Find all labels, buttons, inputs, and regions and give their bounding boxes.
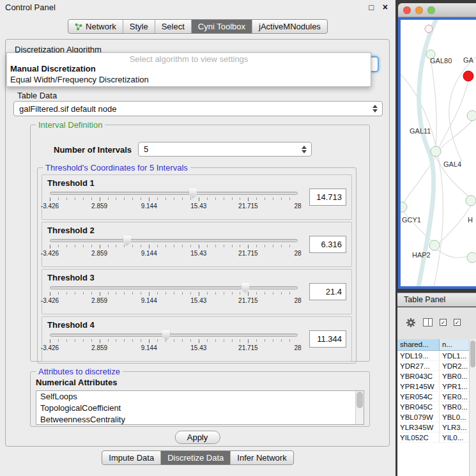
table-cell: YBL079W — [397, 412, 440, 422]
slider-track[interactable] — [50, 334, 298, 337]
list-item[interactable]: BetweennessCentrality — [36, 414, 364, 425]
tick-label: -3.426 — [41, 250, 59, 257]
stepper-icon — [372, 105, 382, 112]
zoom-traffic-light-icon[interactable] — [427, 6, 435, 14]
table-row[interactable]: YBL079WYBL0... — [397, 412, 469, 422]
columns-icon[interactable] — [423, 318, 433, 326]
tab-cyni-toolbox[interactable]: Cyni Toolbox — [191, 20, 252, 33]
table-row[interactable]: YLR345WYLR3... — [397, 422, 469, 433]
minimize-traffic-light-icon[interactable] — [415, 6, 423, 14]
table-data-combobox[interactable]: galFiltered.sif default node — [13, 101, 383, 116]
tab-impute-data[interactable]: Impute Data — [102, 451, 160, 464]
table-row[interactable]: YBR043CYBR0... — [397, 371, 469, 381]
list-item[interactable]: TopologicalCoefficient — [36, 403, 364, 414]
node-label: GAL4 — [443, 160, 461, 168]
node-label: H — [468, 216, 473, 224]
network-node[interactable] — [429, 240, 440, 250]
dropdown-option-equal-width[interactable]: Equal Width/Frequency Discretization — [7, 75, 371, 86]
attributes-list: SelfLoops TopologicalCoefficient Between… — [36, 390, 364, 425]
network-node-selected[interactable] — [463, 71, 473, 81]
apply-button[interactable]: Apply — [175, 431, 220, 444]
network-node[interactable] — [431, 146, 441, 157]
slider-track[interactable] — [50, 286, 298, 289]
attributes-legend: Attributes to discretize — [36, 367, 123, 376]
table-panel-title: Table Panel — [397, 293, 476, 307]
tab-label: Style — [130, 22, 148, 31]
select-column-checkbox-icon[interactable] — [454, 319, 461, 326]
table-row[interactable]: YDL19...YDL1... — [397, 351, 469, 361]
threshold-label: Threshold 1 — [47, 178, 95, 188]
tick-label: 2.859 — [91, 344, 107, 351]
node-label: HAP2 — [412, 251, 431, 259]
slider-ticks — [50, 245, 298, 249]
table-scrollbar[interactable] — [469, 339, 476, 476]
table-row[interactable]: YER054CYER0... — [397, 392, 469, 402]
node-table: shared... n... YDL19...YDL1... YDR27...Y… — [397, 339, 469, 476]
table-row[interactable]: YIL052CYIL0... — [397, 433, 469, 443]
close-traffic-light-icon[interactable] — [403, 6, 411, 14]
threshold-slider[interactable]: -3.4262.8599.14415.4321.71528 — [50, 192, 298, 210]
threshold-value-field[interactable]: 11.344 — [309, 330, 346, 348]
tick-label: 9.144 — [141, 297, 157, 304]
num-intervals-combobox[interactable]: 5 — [138, 142, 312, 157]
slider-ticks — [50, 292, 298, 296]
threshold-slider[interactable]: -3.4262.8599.14415.4321.71528 — [50, 286, 298, 304]
table-row[interactable]: YDR27...YDR2... — [397, 361, 469, 371]
tick-label: 21.715 — [238, 203, 258, 210]
network-node[interactable] — [425, 25, 433, 33]
network-node[interactable] — [467, 252, 476, 263]
threshold-panel: Threshold 3 -3.4262.8599.14415.4321.7152… — [42, 269, 352, 314]
tick-label: 9.144 — [141, 203, 157, 210]
num-intervals-value: 5 — [144, 144, 148, 154]
stepper-icon — [302, 146, 311, 153]
network-node[interactable] — [466, 196, 476, 206]
node-label: GCY1 — [402, 216, 421, 224]
threshold-slider[interactable]: -3.4262.8599.14415.4321.71528 — [50, 239, 298, 257]
table-row[interactable]: YPR145WYPR1... — [397, 381, 469, 392]
gear-icon[interactable] — [406, 318, 416, 328]
network-node[interactable] — [467, 111, 476, 121]
scrollbar-thumb[interactable] — [470, 341, 475, 367]
slider-track[interactable] — [50, 192, 298, 195]
list-item[interactable]: SelfLoops — [36, 391, 364, 403]
threshold-slider[interactable]: -3.4262.8599.14415.4321.71528 — [50, 334, 298, 351]
tab-jactivemnodules[interactable]: jActiveMNodules — [252, 20, 327, 33]
table-cell: YDL1... — [440, 351, 469, 360]
scrollbar-thumb[interactable] — [357, 392, 363, 408]
tab-network[interactable]: Network — [68, 20, 123, 33]
float-window-icon[interactable]: □ — [369, 3, 374, 12]
dropdown-option-manual[interactable]: Manual Discretization — [7, 64, 371, 75]
num-intervals-label: Number of Intervals — [54, 145, 132, 155]
close-panel-icon[interactable]: × — [383, 2, 388, 12]
slider-track[interactable] — [50, 239, 298, 242]
column-header-shared-name[interactable]: shared... — [397, 339, 440, 350]
tick-label: 28 — [294, 203, 301, 210]
threshold-panel: Threshold 2 -3.4262.8599.14415.4321.7152… — [42, 222, 352, 267]
tab-infer-network[interactable]: Infer Network — [230, 451, 293, 464]
tab-discretize-data[interactable]: Discretize Data — [160, 451, 230, 464]
threshold-value-field[interactable]: 6.316 — [309, 236, 346, 253]
table-cell: YBR045C — [397, 402, 440, 411]
algorithm-dropdown-list: Select algorithm to view settings Manual… — [6, 52, 371, 87]
table-cell: YIL0... — [440, 433, 469, 442]
tick-label: 21.715 — [238, 297, 258, 304]
select-all-checkbox-icon[interactable] — [440, 319, 447, 326]
column-header-name[interactable]: n... — [440, 339, 469, 350]
tick-label: 9.144 — [141, 344, 157, 351]
network-canvas[interactable]: GAL80 GA GAL11 GAL4 GCY1 H HAP2 — [401, 20, 476, 286]
tab-select[interactable]: Select — [155, 20, 191, 33]
tab-style[interactable]: Style — [123, 20, 155, 33]
threshold-panel: Threshold 4 -3.4262.8599.14415.4321.7152… — [42, 316, 352, 362]
threshold-value-field[interactable]: 21.4 — [309, 283, 346, 300]
interval-definition-legend: Interval Definition — [36, 120, 105, 130]
tab-label: Cyni Toolbox — [198, 22, 245, 31]
node-label: GAL11 — [410, 127, 431, 135]
threshold-value-field[interactable]: 14.713 — [309, 188, 346, 206]
table-cell: YDR27... — [397, 361, 440, 371]
attributes-scrollbar[interactable] — [355, 391, 364, 424]
network-node[interactable] — [401, 202, 407, 212]
tab-label: Select — [162, 22, 185, 31]
table-row[interactable]: YBR045CYBR0... — [397, 402, 469, 412]
network-window-titlebar[interactable] — [398, 3, 476, 17]
tick-label: 2.859 — [91, 250, 107, 257]
